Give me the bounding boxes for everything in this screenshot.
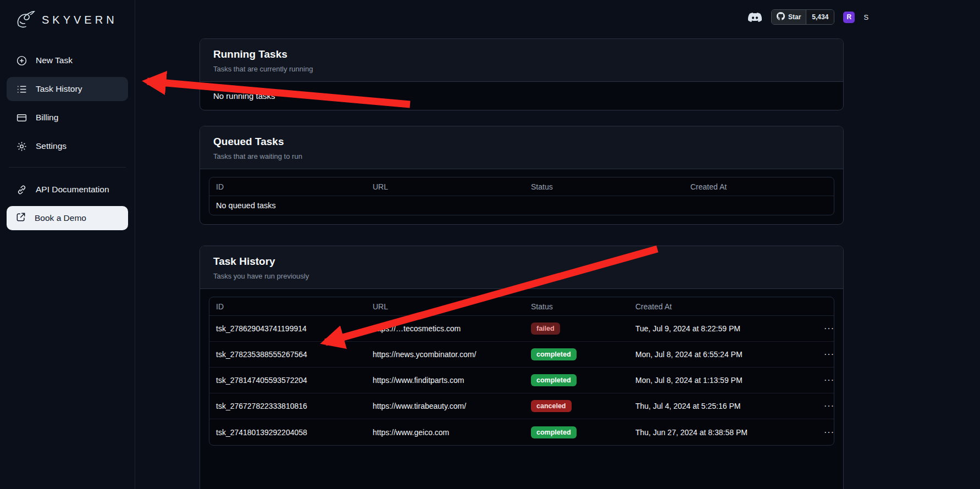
brand-logo[interactable]: SKYVERN [0,8,135,32]
row-menu-button[interactable]: ··· [820,321,834,336]
task-url: https://news.ycombinator.com/ [366,350,524,359]
running-tasks-header: Running Tasks Tasks that are currently r… [200,39,843,82]
column-header-id: ID [209,182,366,191]
row-menu-button[interactable]: ··· [820,373,834,387]
link-icon [15,184,27,196]
plus-circle-icon [15,55,27,66]
sidebar-item-label: Settings [36,141,67,151]
task-url: https://…tecosmetics.com [366,324,524,333]
running-tasks-empty: No running tasks [200,82,843,110]
app-window: SKYVERN New Task [0,0,980,489]
card-title: Task History [213,255,830,268]
external-link-icon [15,212,26,225]
column-header-url: URL [366,302,524,311]
card-subtitle: Tasks that are currently running [213,65,830,73]
sidebar-item-new-task[interactable]: New Task [7,48,128,73]
task-created-at: Thu, Jun 27, 2024 at 8:38:58 PM [629,428,813,437]
table-row[interactable]: tsk_278629043741199914 https://…tecosmet… [209,316,834,342]
skyvern-logo-icon [14,9,36,30]
column-header-created-at: Created At [684,182,834,191]
credit-card-icon [15,112,27,124]
task-history-card: Task History Tasks you have run previous… [200,246,844,489]
sidebar: SKYVERN New Task [0,0,135,489]
column-header-id: ID [209,302,366,311]
task-url: https://www.finditparts.com [366,376,524,385]
card-title: Queued Tasks [213,136,830,148]
column-header-status: Status [524,182,684,191]
task-id: tsk_274180139292204058 [209,428,366,437]
task-id: tsk_276727822333810816 [209,402,366,410]
status-badge: completed [531,426,577,438]
column-header-url: URL [366,182,524,191]
table-row[interactable]: tsk_276727822333810816 https://www.tirab… [209,393,834,419]
status-badge: canceled [531,400,572,412]
sidebar-item-label: New Task [36,55,73,65]
sidebar-item-billing[interactable]: Billing [7,105,128,130]
task-created-at: Mon, Jul 8, 2024 at 6:55:24 PM [629,350,813,359]
table-row[interactable]: tsk_274180139292204058 https://www.geico… [209,419,834,445]
card-subtitle: Tasks you have run previously [213,272,830,280]
task-url: https://www.tirabeauty.com/ [366,402,524,410]
sidebar-item-label: Task History [36,84,82,94]
task-url: https://www.geico.com [366,428,524,437]
queued-tasks-empty: No queued tasks [209,196,834,215]
queued-tasks-card: Queued Tasks Tasks that are waiting to r… [200,126,844,225]
task-created-at: Thu, Jul 4, 2024 at 5:25:16 PM [629,402,813,410]
sidebar-nav: New Task Task History [0,48,135,230]
queued-tasks-header: Queued Tasks Tasks that are waiting to r… [200,126,843,169]
sidebar-item-settings[interactable]: Settings [7,134,128,158]
task-history-table: ID URL Status Created At tsk_27862904374… [209,297,834,446]
status-badge: completed [531,348,577,360]
list-icon [15,84,27,95]
avatar[interactable]: R [843,12,855,23]
sidebar-divider [9,167,126,168]
discord-icon[interactable] [748,12,762,23]
sidebar-item-task-history[interactable]: Task History [7,77,128,101]
task-id: tsk_278629043741199914 [209,324,366,333]
card-title: Running Tasks [213,48,830,60]
row-menu-button[interactable]: ··· [820,399,834,413]
main-content: Running Tasks Tasks that are currently r… [135,0,980,489]
book-demo-label: Book a Demo [35,213,86,223]
queued-tasks-table: ID URL Status Created At No queued tasks [209,177,834,215]
book-demo-button[interactable]: Book a Demo [7,206,128,230]
status-badge: completed [531,374,577,386]
column-header-status: Status [524,302,629,311]
sidebar-item-label: API Documentation [36,185,109,195]
table-header-row: ID URL Status Created At [209,177,834,196]
brand-name: SKYVERN [42,14,118,26]
github-star-count: 5,434 [806,10,834,24]
github-icon [777,12,785,22]
task-history-header: Task History Tasks you have run previous… [200,246,843,289]
table-row[interactable]: tsk_278147405593572204 https://www.findi… [209,368,834,393]
row-menu-button[interactable]: ··· [820,347,834,362]
topbar: Star 5,434 R S [748,9,868,25]
table-row[interactable]: tsk_278235388555267564 https://news.ycom… [209,342,834,368]
card-subtitle: Tasks that are waiting to run [213,152,830,160]
github-star-label: Star [788,13,801,21]
github-star-button[interactable]: Star 5,434 [771,9,834,25]
task-id: tsk_278147405593572204 [209,376,366,385]
user-label: S [863,13,868,21]
status-badge: failed [531,323,560,335]
column-header-created-at: Created At [629,302,813,311]
task-created-at: Mon, Jul 8, 2024 at 1:13:59 PM [629,376,813,385]
sidebar-item-api-documentation[interactable]: API Documentation [7,177,128,202]
table-header-row: ID URL Status Created At [209,297,834,316]
task-created-at: Tue, Jul 9, 2024 at 8:22:59 PM [629,324,813,333]
running-tasks-card: Running Tasks Tasks that are currently r… [200,38,844,110]
gear-icon [15,141,27,152]
task-id: tsk_278235388555267564 [209,350,366,359]
row-menu-button[interactable]: ··· [820,425,834,440]
sidebar-item-label: Billing [36,113,58,123]
